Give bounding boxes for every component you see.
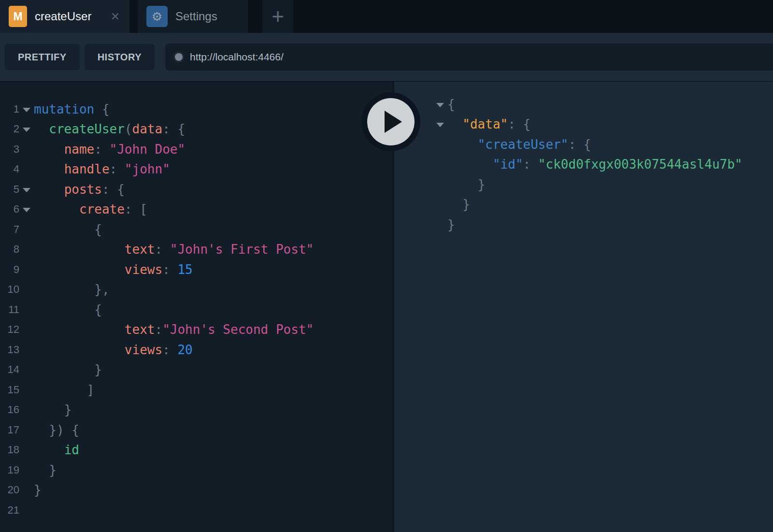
code-text: "createUser": { — [447, 137, 591, 152]
code-text: } — [34, 362, 102, 377]
code-line: 7 { — [0, 219, 392, 240]
line-number: 4 — [0, 163, 19, 175]
code-line: 21 — [0, 500, 392, 520]
line-number: 17 — [0, 424, 19, 436]
fold-arrow-icon[interactable] — [433, 101, 447, 107]
code-text: } — [447, 197, 470, 212]
code-line: 19 } — [0, 460, 392, 480]
code-text: handle: "john" — [34, 162, 170, 176]
line-number: 10 — [0, 283, 19, 296]
fold-arrow-icon[interactable] — [19, 187, 34, 192]
execute-query-button[interactable] — [361, 92, 420, 151]
code-text: ] — [34, 383, 94, 397]
gear-icon: ⚙ — [146, 6, 168, 27]
code-text: "id": "ck0d0fxgx003k07544asl4u7b" — [447, 157, 743, 172]
code-line: 5 posts: { — [0, 179, 392, 200]
line-number: 20 — [0, 484, 19, 496]
endpoint-url: http://localhost:4466/ — [190, 51, 284, 63]
code-line: } — [394, 215, 773, 235]
code-line: 6 create: [ — [0, 200, 392, 220]
code-text: posts: { — [34, 182, 125, 197]
line-number: 16 — [0, 403, 19, 416]
line-number: 21 — [0, 504, 19, 517]
code-text: name: "John Doe" — [34, 142, 185, 157]
tab-label: createUser — [35, 10, 91, 23]
code-text: create: [ — [34, 202, 147, 216]
code-line: 1mutation { — [0, 99, 392, 119]
code-line: { — [394, 94, 773, 115]
code-text: { — [447, 97, 455, 112]
code-line: } — [394, 195, 773, 215]
query-editor[interactable]: 1mutation {2 createUser(data: {3 name: "… — [0, 82, 392, 532]
code-line: 13 views: 20 — [0, 340, 392, 360]
code-line: 20} — [0, 480, 392, 501]
code-text: } — [34, 463, 57, 477]
code-text: }) { — [34, 423, 79, 437]
line-number: 13 — [0, 344, 19, 356]
code-text: { — [34, 222, 102, 237]
line-number: 9 — [0, 263, 19, 276]
line-number: 2 — [0, 123, 19, 135]
fold-arrow-icon[interactable] — [19, 106, 34, 112]
fold-arrow-icon[interactable] — [433, 121, 447, 127]
code-line: 8 text: "John's First Post" — [0, 240, 392, 260]
code-text: views: 15 — [34, 262, 193, 277]
code-text: { — [34, 302, 102, 317]
prettify-button[interactable]: PRETTIFY — [5, 44, 80, 70]
code-line: "createUser": { — [394, 134, 773, 155]
tab-bar: M createUser ✕ ⚙ Settings + — [0, 0, 773, 33]
code-line: 15 ] — [0, 380, 392, 400]
code-line: 4 handle: "john" — [0, 159, 392, 180]
play-icon — [385, 111, 402, 133]
tab-settings[interactable]: ⚙ Settings — [138, 0, 248, 33]
code-line: 17 }) { — [0, 420, 392, 440]
code-text: text: "John's First Post" — [34, 242, 314, 257]
code-text: "data": { — [447, 117, 530, 131]
code-line: 16 } — [0, 400, 392, 420]
code-text: } — [447, 217, 455, 232]
code-line: 3 name: "John Doe" — [0, 139, 392, 159]
code-text: text:"John's Second Post" — [34, 322, 314, 337]
new-tab-button[interactable]: + — [262, 0, 293, 33]
line-number: 12 — [0, 323, 19, 336]
code-text: }, — [34, 282, 110, 297]
tab-createuser[interactable]: M createUser ✕ — [0, 0, 129, 33]
close-icon[interactable]: ✕ — [110, 10, 121, 23]
fold-arrow-icon[interactable] — [19, 206, 34, 212]
line-number: 14 — [0, 363, 19, 376]
fold-arrow-icon[interactable] — [19, 126, 34, 132]
line-number: 15 — [0, 384, 19, 396]
plus-icon: + — [272, 6, 284, 27]
line-number: 19 — [0, 464, 19, 476]
code-text: createUser(data: { — [34, 122, 185, 136]
line-number: 1 — [0, 103, 19, 115]
code-text: } — [34, 483, 42, 497]
endpoint-input[interactable]: http://localhost:4466/ — [165, 43, 773, 71]
line-number: 5 — [0, 183, 19, 196]
code-line: 12 text:"John's Second Post" — [0, 320, 392, 340]
code-line: 10 }, — [0, 280, 392, 300]
code-text: } — [34, 403, 72, 417]
code-line: 14 } — [0, 360, 392, 380]
play-button-circle — [367, 98, 415, 145]
code-line: 2 createUser(data: { — [0, 119, 392, 140]
code-text: views: 20 — [34, 343, 193, 357]
code-line: 18 id — [0, 440, 392, 460]
code-text: mutation { — [34, 102, 110, 116]
line-number: 7 — [0, 223, 19, 236]
endpoint-status-dot — [175, 53, 183, 61]
code-line: } — [394, 174, 773, 195]
mutation-badge: M — [9, 6, 27, 27]
code-text: id — [34, 443, 79, 457]
line-number: 18 — [0, 444, 19, 456]
code-line: "id": "ck0d0fxgx003k07544asl4u7b" — [394, 155, 773, 175]
line-number: 6 — [0, 203, 19, 216]
code-line: 9 views: 15 — [0, 259, 392, 280]
code-text: } — [447, 177, 485, 192]
code-line: 11 { — [0, 300, 392, 320]
playground-content: 1mutation {2 createUser(data: {3 name: "… — [0, 81, 773, 532]
line-number: 8 — [0, 243, 19, 256]
line-number: 11 — [0, 303, 19, 316]
code-line: "data": { — [394, 115, 773, 135]
history-button[interactable]: HISTORY — [85, 44, 155, 70]
